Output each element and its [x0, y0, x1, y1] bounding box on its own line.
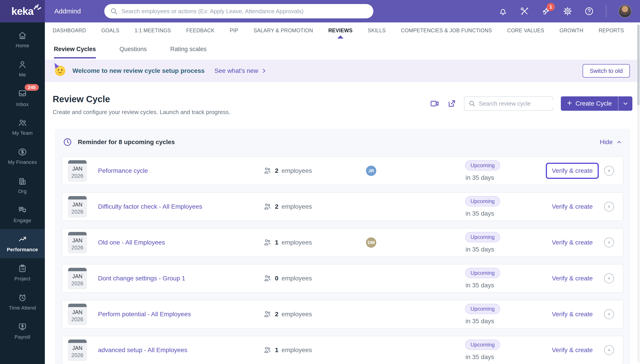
verify-create-button[interactable]: Verify & create [546, 270, 599, 286]
welcome-banner: Welcome to new review cycle setup proces… [45, 60, 640, 82]
dismiss-cycle-button[interactable] [604, 166, 614, 176]
sidebar-item-payroll[interactable]: Payroll [0, 316, 45, 346]
review-subtabs: Review Cycles Questions Rating scales [45, 38, 640, 60]
sidebar-item-performance[interactable]: Performance [0, 229, 45, 258]
sidebar-item-org[interactable]: Org [0, 171, 45, 200]
topbar: keka Addmind 1 [0, 0, 640, 22]
sidebar-item-time-attend[interactable]: Time Attend [0, 287, 45, 316]
subtab-review-cycles[interactable]: Review Cycles [54, 45, 96, 54]
chevron-up-icon [616, 139, 622, 145]
user-icon [18, 60, 27, 69]
help-button[interactable] [584, 6, 594, 16]
hide-reminders-link[interactable]: Hide [600, 138, 622, 146]
tab-feedback[interactable]: FEEDBACK [179, 22, 222, 38]
cycle-title-link[interactable]: Peformance cycle [98, 167, 148, 174]
global-search-input[interactable] [121, 8, 368, 15]
scrollbar[interactable] [637, 25, 639, 363]
review-cycle-search-input[interactable] [479, 100, 554, 107]
sidebar-item-me[interactable]: Me [0, 54, 45, 84]
verify-create-button[interactable]: Verify & create [546, 342, 599, 358]
switch-to-old-button[interactable]: Switch to old [582, 64, 630, 78]
tab-pip[interactable]: PIP [222, 22, 246, 38]
cycle-title-link[interactable]: advanced setup - All Employees [98, 346, 187, 354]
status-badge: Upcoming [465, 232, 500, 242]
dismiss-cycle-button[interactable] [604, 274, 614, 283]
settings-button[interactable] [563, 6, 572, 16]
verify-create-button[interactable]: Verify & create [546, 198, 599, 215]
tab-competencies[interactable]: COMPETENCIES & JOB FUNCTIONS [393, 22, 500, 38]
verify-create-link[interactable]: Verify & create [552, 311, 593, 318]
tab-skills[interactable]: SKILLS [360, 22, 393, 38]
keka-logo[interactable]: keka [0, 0, 45, 22]
cycle-date-chip: JAN 2026 [68, 196, 87, 218]
notifications-button[interactable] [498, 6, 508, 16]
cycle-title-link[interactable]: Difficulty factor check - All Employees [98, 203, 202, 210]
cycle-month: JAN [72, 202, 82, 208]
verify-create-button[interactable]: Verify & create [546, 163, 599, 179]
date-chip-bar [68, 232, 87, 235]
verify-create-link[interactable]: Verify & create [552, 239, 593, 246]
scrollbar-thumb[interactable] [637, 25, 639, 105]
subtab-rating-scales[interactable]: Rating scales [170, 45, 207, 54]
tab-reviews[interactable]: REVIEWS [321, 22, 360, 38]
dismiss-cycle-button[interactable] [604, 309, 614, 319]
external-link-icon[interactable] [447, 99, 456, 108]
close-icon [607, 168, 611, 173]
tools-button[interactable] [520, 6, 529, 16]
tab-reports[interactable]: REPORTS [591, 22, 631, 38]
see-whats-new-link[interactable]: See what's new [214, 67, 267, 74]
create-cycle-dropdown-button[interactable] [618, 96, 632, 111]
sidebar-item-engage[interactable]: Engage [0, 200, 45, 229]
due-text: in 35 days [465, 174, 494, 181]
verify-create-button[interactable]: Verify & create [546, 306, 599, 322]
verify-create-link[interactable]: Verify & create [552, 203, 593, 210]
sidebar-item-project[interactable]: Project [0, 258, 45, 287]
tab-core-values[interactable]: CORE VALUES [500, 22, 552, 38]
date-chip-bar [68, 160, 87, 164]
employee-count-value: 0 [275, 275, 279, 282]
global-search[interactable] [104, 4, 373, 18]
tab-dashboard[interactable]: DASHBOARD [53, 22, 94, 38]
cycle-year: 2026 [71, 173, 83, 179]
cycle-month: JAN [72, 309, 82, 315]
sidebar-item-home[interactable]: Home [0, 25, 45, 54]
dismiss-cycle-button[interactable] [604, 238, 614, 248]
employee-count-value: 2 [275, 167, 279, 174]
cycle-title-link[interactable]: Dont change settings - Group 1 [98, 275, 185, 282]
reminder-section: Reminder for 8 upcoming cycles Hide JAN … [55, 129, 630, 364]
dismiss-cycle-button[interactable] [604, 202, 614, 212]
tab-salary-promotion[interactable]: SALARY & PROMOTION [246, 22, 321, 38]
sidebar-item-inbox[interactable]: 245 Inbox [0, 84, 45, 112]
sidebar-item-my-finances[interactable]: My Finances [0, 142, 45, 171]
cycle-avatar[interactable]: DM [366, 237, 376, 248]
whats-new-button[interactable]: 1 [541, 6, 551, 16]
subtab-questions[interactable]: Questions [120, 45, 147, 54]
cycle-row: JAN 2026 Peformance cycle 2 employees JR… [62, 156, 623, 185]
verify-create-link[interactable]: Verify & create [552, 167, 593, 174]
cycle-row: JAN 2026 Dont change settings - Group 1 … [62, 264, 623, 293]
sidebar-item-my-team[interactable]: My Team [0, 112, 45, 142]
user-avatar[interactable] [618, 5, 631, 18]
cycle-month: JAN [72, 345, 82, 351]
tab-growth[interactable]: GROWTH [552, 22, 591, 38]
due-text: in 35 days [465, 210, 494, 217]
employees-icon [263, 202, 272, 211]
verify-create-link[interactable]: Verify & create [552, 346, 593, 354]
logo-spark-icon [33, 4, 42, 11]
review-cycle-search[interactable] [464, 96, 553, 111]
verify-create-link[interactable]: Verify & create [552, 275, 593, 282]
dismiss-cycle-button[interactable] [604, 345, 614, 355]
page-subtitle: Create and configure your review cycles.… [53, 109, 230, 116]
create-cycle-button[interactable]: + Create Cycle [561, 96, 618, 111]
video-tutorial-icon[interactable] [430, 99, 439, 108]
tab-1-1-meetings[interactable]: 1:1 MEETINGS [127, 22, 179, 38]
cycle-avatar[interactable]: JR [366, 166, 376, 176]
due-text: in 35 days [465, 246, 494, 253]
verify-create-button[interactable]: Verify & create [546, 234, 599, 250]
employee-count: 2 employees [263, 166, 357, 175]
cycle-title-link[interactable]: Perform potential - All Employees [98, 311, 191, 318]
cycle-title-link[interactable]: Old one - All Employees [98, 239, 165, 246]
tab-goals[interactable]: GOALS [94, 22, 127, 38]
employee-count-label: employees [282, 239, 312, 246]
project-icon [18, 264, 27, 273]
